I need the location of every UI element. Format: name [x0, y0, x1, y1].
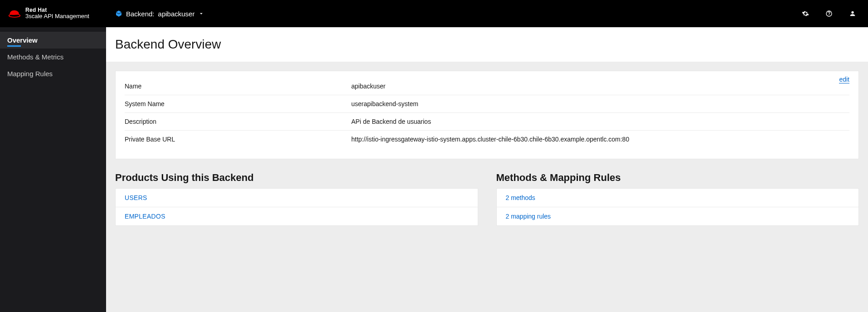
- list-item: USERS: [116, 189, 478, 207]
- methods-link[interactable]: 2 methods: [506, 194, 535, 201]
- sidebar-item-overview[interactable]: Overview: [0, 32, 106, 49]
- sidebar: Overview Methods & Metrics Mapping Rules: [0, 27, 106, 312]
- sidebar-item-label: Overview: [7, 36, 38, 44]
- list-item: 2 methods: [497, 189, 859, 207]
- methods-section: Methods & Mapping Rules 2 methods 2 mapp…: [496, 172, 859, 226]
- sidebar-item-mapping-rules[interactable]: Mapping Rules: [0, 65, 106, 82]
- gear-icon[interactable]: [802, 10, 809, 17]
- detail-row-description: Description APi de Backend de usuarios: [125, 113, 849, 131]
- detail-value: apibackuser: [351, 83, 849, 90]
- help-icon[interactable]: [825, 10, 833, 17]
- list-item: EMPLEADOS: [116, 207, 478, 225]
- detail-row-private-base-url: Private Base URL http://istio-ingressgat…: [125, 131, 849, 148]
- detail-label: Private Base URL: [125, 136, 351, 143]
- mapping-rules-link[interactable]: 2 mapping rules: [506, 213, 551, 220]
- product-link[interactable]: EMPLEADOS: [125, 213, 165, 220]
- detail-value: http://istio-ingressgateway-istio-system…: [351, 136, 849, 143]
- context-selector[interactable]: Backend: apibackuser: [115, 10, 204, 18]
- chevron-down-icon: [198, 10, 204, 17]
- products-section: Products Using this Backend USERS EMPLEA…: [115, 172, 478, 226]
- context-prefix: Backend:: [126, 10, 155, 18]
- detail-value: userapibackend-system: [351, 100, 849, 107]
- detail-label: Name: [125, 83, 351, 90]
- context-name: apibackuser: [158, 10, 195, 18]
- topbar-actions: [802, 10, 856, 17]
- product-link[interactable]: USERS: [125, 194, 147, 201]
- detail-value: APi de Backend de usuarios: [351, 118, 849, 125]
- sidebar-item-label: Methods & Metrics: [7, 53, 63, 61]
- detail-row-system-name: System Name userapibackend-system: [125, 95, 849, 113]
- page-header: Backend Overview: [106, 27, 868, 62]
- brand-logo[interactable]: Red Hat 3scale API Management: [8, 7, 106, 20]
- methods-section-title: Methods & Mapping Rules: [496, 172, 859, 184]
- detail-row-name: Name apibackuser: [125, 78, 849, 95]
- brand-bottom: 3scale API Management: [25, 13, 89, 20]
- redhat-icon: [8, 7, 21, 20]
- sidebar-item-label: Mapping Rules: [7, 70, 53, 78]
- user-icon[interactable]: [849, 10, 856, 17]
- detail-label: Description: [125, 118, 351, 125]
- products-section-title: Products Using this Backend: [115, 172, 478, 184]
- edit-link[interactable]: edit: [839, 76, 849, 83]
- main-content: Backend Overview edit Name apibackuser S…: [106, 27, 868, 312]
- page-title: Backend Overview: [115, 37, 859, 52]
- detail-label: System Name: [125, 100, 351, 107]
- cube-icon: [115, 10, 122, 17]
- methods-list: 2 methods 2 mapping rules: [496, 188, 859, 226]
- topbar: Red Hat 3scale API Management Backend: a…: [0, 0, 868, 27]
- sidebar-item-methods-metrics[interactable]: Methods & Metrics: [0, 49, 106, 65]
- backend-details-panel: edit Name apibackuser System Name userap…: [115, 71, 859, 159]
- products-list: USERS EMPLEADOS: [115, 188, 478, 226]
- list-item: 2 mapping rules: [497, 207, 859, 225]
